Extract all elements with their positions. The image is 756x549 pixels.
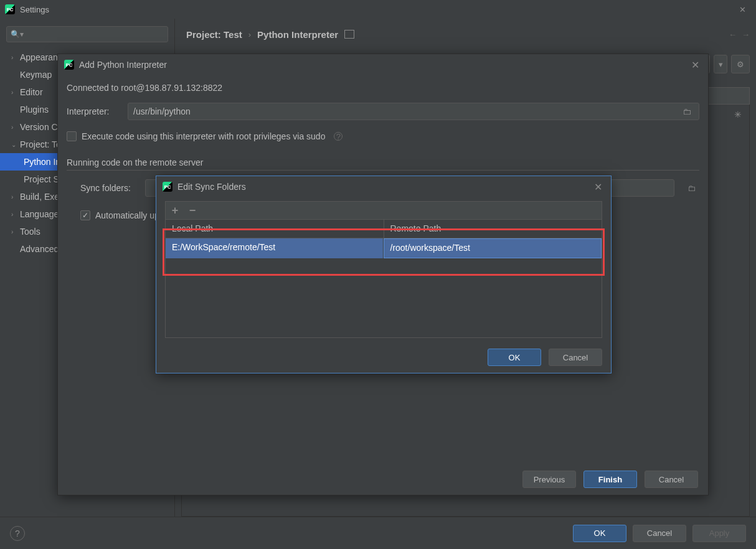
header-local-path: Local Path [166, 220, 384, 238]
edit-sync-folders-dialog: PC Edit Sync Folders ✕ + − Local Path Re… [156, 176, 612, 373]
finish-button[interactable]: Finish [584, 471, 637, 488]
chevron-down-icon[interactable]: ▾ [714, 55, 727, 73]
folder-icon[interactable]: 🗀 [680, 106, 694, 116]
section-heading: Running code on the remote server [67, 157, 699, 167]
breadcrumb: Project: Test › Python Interpreter ← → [181, 19, 750, 50]
nav-arrows: ← → [729, 30, 750, 39]
connected-label: Connected to root@198.87.91.132:8822 [67, 83, 699, 93]
previous-button[interactable]: Previous [522, 471, 576, 488]
window-title: Settings [20, 5, 49, 14]
title-bar: PC Settings ✕ [0, 0, 756, 19]
breadcrumb-sep: › [248, 30, 251, 39]
dialog-title: Edit Sync Folders [177, 182, 246, 192]
pycharm-icon: PC [5, 4, 15, 14]
cell-local-path[interactable]: E:/WorkSpace/remote/Test [166, 238, 384, 258]
ok-button[interactable]: OK [488, 349, 541, 366]
loading-spinner-icon: ✳ [734, 110, 742, 120]
search-input[interactable]: 🔍▾ [6, 26, 168, 42]
help-icon[interactable]: ? [334, 132, 343, 141]
cancel-button[interactable]: Cancel [549, 349, 602, 366]
close-icon[interactable]: ✕ [592, 179, 605, 195]
breadcrumb-page: Python Interpreter [257, 29, 338, 40]
apply-button[interactable]: Apply [692, 525, 746, 542]
dialog-footer: Previous Finish Cancel [58, 464, 708, 495]
scope-badge-icon [344, 30, 354, 39]
table-row[interactable]: E:/WorkSpace/remote/Test /root/workspace… [166, 238, 602, 258]
gear-icon[interactable]: ⚙ [731, 55, 750, 73]
cell-remote-path[interactable]: /root/workspace/Test [384, 238, 602, 258]
add-button[interactable]: + [169, 204, 181, 217]
remove-button[interactable]: − [187, 204, 198, 217]
interpreter-input[interactable]: /usr/bin/python 🗀 [128, 103, 699, 120]
sync-toolbar: + − [165, 201, 602, 220]
ok-button[interactable]: OK [573, 525, 626, 542]
auto-upload-checkbox[interactable] [80, 210, 90, 220]
cancel-button[interactable]: Cancel [633, 525, 686, 542]
header-remote-path: Remote Path [384, 220, 602, 238]
folder-icon[interactable]: 🗀 [683, 184, 699, 193]
close-icon[interactable]: ✕ [689, 57, 702, 73]
interpreter-label: Interpreter: [67, 106, 121, 116]
table-header: Local Path Remote Path [166, 220, 602, 238]
nav-forward-icon[interactable]: → [742, 30, 750, 39]
dialog-body: + − Local Path Remote Path E:/WorkSpace/… [156, 197, 611, 342]
cancel-button[interactable]: Cancel [645, 471, 698, 488]
sudo-label: Execute code using this interpreter with… [82, 131, 325, 141]
breadcrumb-project: Project: Test [186, 29, 242, 40]
sudo-checkbox[interactable] [67, 131, 77, 141]
interpreter-field-row: Interpreter: /usr/bin/python 🗀 [67, 103, 699, 120]
sync-label: Sync folders: [80, 183, 136, 193]
dialog-title: Add Python Interpreter [79, 60, 167, 70]
dialog-footer: OK Cancel [156, 342, 611, 373]
sync-table: Local Path Remote Path E:/WorkSpace/remo… [165, 220, 602, 338]
help-icon[interactable]: ? [10, 526, 25, 541]
dialog-title-bar: PC Add Python Interpreter ✕ [58, 54, 708, 75]
sudo-checkbox-row: Execute code using this interpreter with… [67, 131, 699, 141]
pycharm-icon: PC [64, 60, 74, 70]
nav-back-icon[interactable]: ← [729, 30, 737, 39]
pycharm-icon: PC [163, 182, 172, 192]
dialog-title-bar: PC Edit Sync Folders ✕ [156, 176, 611, 197]
search-icon: 🔍▾ [11, 30, 24, 39]
section-divider [67, 170, 699, 171]
settings-footer: ? OK Cancel Apply [0, 517, 756, 549]
close-icon[interactable]: ✕ [734, 2, 751, 17]
